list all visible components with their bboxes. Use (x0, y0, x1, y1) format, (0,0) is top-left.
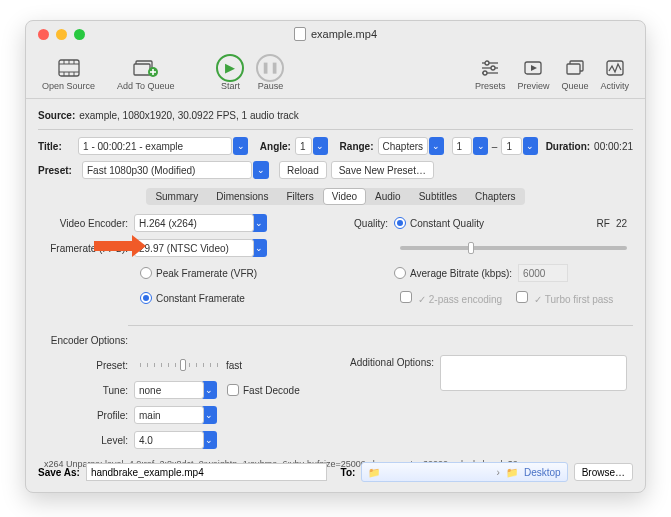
chevron-down-icon[interactable]: ⌄ (233, 137, 247, 155)
enc-preset-value: fast (226, 360, 242, 371)
tune-label: Tune: (44, 385, 134, 396)
folder-icon: 📁 (506, 467, 518, 478)
additional-options-input[interactable] (440, 355, 627, 391)
svg-rect-23 (567, 64, 580, 74)
presets-button[interactable]: Presets (469, 47, 512, 98)
pause-icon: ❚❚ (256, 55, 284, 81)
activity-button[interactable]: Activity (594, 47, 635, 98)
queue-button[interactable]: Queue (555, 47, 594, 98)
level-label: Level: (44, 435, 134, 446)
document-icon (294, 27, 306, 41)
svg-point-19 (483, 71, 487, 75)
encoder-options-label: Encoder Options: (44, 335, 134, 346)
chevron-down-icon[interactable]: ⌄ (429, 137, 443, 155)
constant-framerate-label: Constant Framerate (156, 293, 245, 304)
tab-chapters[interactable]: Chapters (466, 188, 525, 205)
angle-label: Angle: (260, 141, 291, 152)
quality-slider[interactable] (400, 246, 627, 250)
chevron-down-icon[interactable]: ⌄ (523, 137, 537, 155)
play-icon: ▶ (216, 55, 244, 81)
save-new-preset-button[interactable]: Save New Preset… (331, 161, 434, 179)
video-encoder-label: Video Encoder: (44, 218, 134, 229)
destination-select[interactable]: 📁 › 📁 Desktop (361, 462, 567, 482)
tab-dimensions[interactable]: Dimensions (207, 188, 277, 205)
twopass-checkbox (400, 291, 412, 303)
reload-button[interactable]: Reload (279, 161, 327, 179)
save-as-input[interactable] (86, 463, 327, 481)
title-select[interactable]: 1 - 00:00:21 - example (78, 137, 232, 155)
average-bitrate-label: Average Bitrate (kbps): (410, 268, 512, 279)
chevron-down-icon[interactable]: ⌄ (253, 161, 269, 179)
range-mode-select[interactable]: Chapters (378, 137, 429, 155)
preset-select[interactable]: Fast 1080p30 (Modified) (82, 161, 252, 179)
encoder-preset-slider[interactable] (140, 363, 220, 367)
titlebar: example.mp4 (26, 21, 645, 47)
turbo-label: Turbo first pass (545, 294, 614, 305)
app-window: example.mp4 Open Source Add To Queue ▶ S… (25, 20, 646, 493)
save-as-label: Save As: (38, 467, 80, 478)
stack-icon (565, 55, 585, 81)
rf-value: 22 (616, 218, 627, 229)
chevron-down-icon[interactable]: ⌄ (313, 137, 327, 155)
pause-button[interactable]: ❚❚ Pause (250, 47, 290, 98)
browse-button[interactable]: Browse… (574, 463, 633, 481)
start-label: Start (221, 81, 240, 91)
chevron-down-icon[interactable]: ⌄ (473, 137, 487, 155)
film-icon (58, 55, 80, 81)
queue-add-icon (133, 55, 159, 81)
constant-framerate-radio[interactable] (140, 292, 152, 304)
twopass-label: 2-pass encoding (429, 294, 502, 305)
turbo-checkbox (516, 291, 528, 303)
rf-label: RF (597, 218, 610, 229)
fast-decode-label: Fast Decode (243, 385, 300, 396)
source-label: Source: (38, 110, 75, 121)
preview-button[interactable]: Preview (511, 47, 555, 98)
duration-label: Duration: (546, 141, 590, 152)
tab-bar: Summary Dimensions Filters Video Audio S… (146, 188, 524, 205)
constant-quality-radio[interactable] (394, 217, 406, 229)
preview-label: Preview (517, 81, 549, 91)
add-to-queue-button[interactable]: Add To Queue (111, 47, 180, 98)
to-label: To: (341, 467, 356, 478)
peak-framerate-radio[interactable] (140, 267, 152, 279)
svg-marker-21 (531, 65, 537, 71)
level-select[interactable]: 4.0 (134, 431, 204, 449)
profile-label: Profile: (44, 410, 134, 421)
framerate-select[interactable]: 29.97 (NTSC Video) (134, 239, 254, 257)
footer: Save As: To: 📁 › 📁 Desktop Browse… (38, 462, 633, 482)
presets-label: Presets (475, 81, 506, 91)
annotation-arrow (94, 235, 146, 257)
angle-select[interactable]: 1 (295, 137, 312, 155)
toolbar: Open Source Add To Queue ▶ Start ❚❚ Paus… (26, 47, 645, 99)
additional-options-label: Additional Options: (344, 355, 440, 368)
tab-summary[interactable]: Summary (146, 188, 207, 205)
enc-preset-label: Preset: (44, 360, 134, 371)
folder-icon: 📁 (368, 467, 380, 478)
pause-label: Pause (258, 81, 284, 91)
source-row: Source: example, 1080x1920, 30.0922 FPS,… (38, 105, 633, 125)
tune-select[interactable]: none (134, 381, 204, 399)
start-button[interactable]: ▶ Start (210, 47, 250, 98)
title-label: Title: (38, 141, 74, 152)
range-label: Range: (340, 141, 374, 152)
tab-filters[interactable]: Filters (277, 188, 322, 205)
window-title: example.mp4 (26, 27, 645, 41)
average-bitrate-radio[interactable] (394, 267, 406, 279)
preview-icon (523, 55, 543, 81)
range-dash: – (492, 141, 498, 152)
tab-audio[interactable]: Audio (366, 188, 410, 205)
range-to-select[interactable]: 1 (501, 137, 522, 155)
average-bitrate-input[interactable] (518, 264, 568, 282)
activity-label: Activity (600, 81, 629, 91)
peak-framerate-label: Peak Framerate (VFR) (156, 268, 257, 279)
video-encoder-select[interactable]: H.264 (x264) (134, 214, 254, 232)
constant-quality-label: Constant Quality (410, 218, 484, 229)
range-from-select[interactable]: 1 (452, 137, 473, 155)
open-source-button[interactable]: Open Source (36, 47, 101, 98)
tab-subtitles[interactable]: Subtitles (410, 188, 466, 205)
open-source-label: Open Source (42, 81, 95, 91)
tab-video[interactable]: Video (323, 188, 366, 205)
fast-decode-checkbox[interactable] (227, 384, 239, 396)
svg-rect-10 (134, 64, 150, 75)
profile-select[interactable]: main (134, 406, 204, 424)
